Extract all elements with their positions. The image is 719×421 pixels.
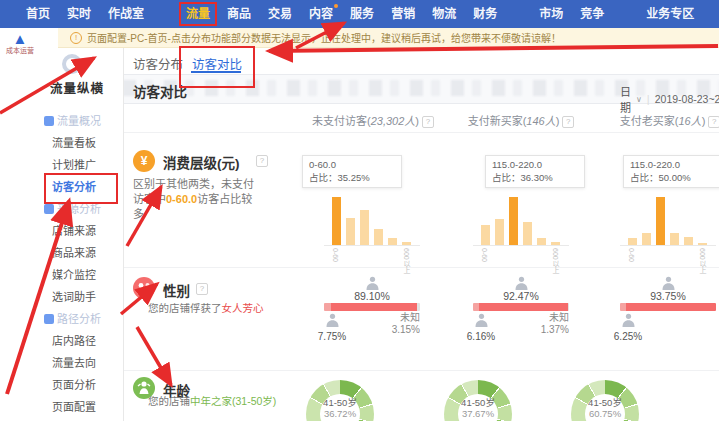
sidebar-item-9[interactable]: 选词助手 (40, 286, 123, 308)
nav-item-8[interactable]: 服务 (350, 0, 374, 28)
male-icon (326, 313, 339, 332)
column-name: 支付老买家( (620, 115, 679, 127)
sidebar-item-label: 店铺来源 (52, 225, 96, 237)
info-icon: ! (70, 32, 82, 44)
help-icon[interactable]: ? (256, 155, 268, 167)
female-segment (479, 303, 568, 311)
folder-icon (44, 204, 54, 214)
female-segment (331, 303, 417, 311)
gear-icon[interactable] (62, 54, 82, 74)
row-title-gender: 性别 (163, 280, 190, 300)
sidebar-item-10[interactable]: 路径分析 (40, 308, 123, 330)
sidebar-menu: 流量概况流量看板计划推广访客分析来源分析店铺来源商品来源媒介监控选词助手路径分析… (40, 110, 123, 418)
help-icon[interactable]: ? (708, 116, 719, 128)
sidebar-item-label: 流量概况 (57, 110, 101, 132)
sidebar-item-8[interactable]: 媒介监控 (40, 264, 123, 286)
unknown-label: 未知 (519, 312, 569, 324)
donut-center-label: 41-50岁 (588, 397, 622, 408)
sidebar-item-4[interactable]: 访客分析 (40, 176, 123, 198)
sidebar-item-2[interactable]: 流量看板 (40, 132, 123, 154)
nav-item-1[interactable]: 首页 (26, 0, 50, 28)
divider (123, 267, 719, 268)
x-tick-label: 600以上 (403, 248, 410, 274)
sidebar-item-label: 来源分析 (57, 198, 101, 220)
notice-bar: ! 页面配置-PC-首页-点击分布功能部分数据无法显示，正在处理中，建议稍后再试… (58, 28, 719, 48)
column-name: ) (702, 115, 706, 127)
x-tick-label: 0-60 (332, 248, 339, 262)
bar-segment (656, 197, 665, 245)
nav-item-3[interactable]: 作战室 (108, 0, 144, 28)
nav-item-10[interactable]: 物流 (432, 0, 456, 28)
notice-text: 页面配置-PC-首页-点击分布功能部分数据无法显示，正在处理中，建议稍后再试，给… (87, 30, 561, 45)
desc-text: 您的店铺俘获了 (148, 302, 222, 314)
unknown-percentage: 3.15% (370, 324, 420, 336)
bar-segment (374, 229, 383, 245)
sidebar-item-label: 媒介监控 (52, 269, 96, 281)
bar-segment (509, 197, 518, 245)
x-tick-label: 0-60 (628, 248, 635, 262)
x-axis (620, 245, 716, 246)
folder-icon (44, 116, 54, 126)
column-name: 未支付访客( (312, 115, 371, 127)
sidebar-item-label: 流量去向 (52, 357, 96, 369)
donut-center-label: 41-50岁 (323, 397, 357, 408)
row-title-consume: 消费层级(元) (163, 152, 240, 172)
bar-segment (495, 219, 504, 245)
bar-segment (523, 222, 532, 245)
nav-item-11[interactable]: 财务 (473, 0, 497, 28)
sidebar-item-13[interactable]: 页面分析 (40, 374, 123, 396)
desc-highlight: 中年之家(31-50岁) (190, 395, 276, 407)
desc-text: 您的店铺 (148, 395, 190, 407)
notification-dot-icon (334, 4, 338, 8)
sidebar-item-5[interactable]: 来源分析 (40, 198, 123, 220)
date-range-value: 2019-08-23~20 (655, 93, 719, 105)
donut-center: 41-50岁37.67% (458, 394, 498, 421)
nav-item-2[interactable]: 实时 (67, 0, 91, 28)
nav-item-12[interactable]: 市场 (539, 0, 563, 28)
x-axis (324, 245, 420, 246)
tab-visitor-distribution[interactable]: 访客分布 (133, 54, 183, 73)
yuan-icon: ¥ (133, 150, 155, 172)
nav-item-6[interactable]: 交易 (268, 0, 292, 28)
unknown-segment (417, 303, 420, 311)
page-title: 访客对比 (133, 81, 187, 101)
help-icon[interactable]: ? (562, 116, 574, 128)
male-percentage: 7.75% (304, 331, 360, 342)
row-desc-age: 您的店铺中年之家(31-50岁) (148, 394, 288, 409)
nav-item-4[interactable]: 流量 (186, 0, 210, 28)
nav-item-9[interactable]: 营销 (391, 0, 415, 28)
sidebar-item-6[interactable]: 店铺来源 (40, 220, 123, 242)
sidebar-item-label: 商品来源 (52, 247, 96, 259)
floating-logo-widget[interactable]: ▲ 成本运营 (2, 30, 38, 55)
gender-bar (324, 303, 420, 311)
female-percentage: 93.75% (628, 290, 708, 302)
logo-icon: ▲ (2, 30, 38, 47)
nav-item-5[interactable]: 商品 (227, 0, 251, 28)
sidebar: 流量纵横 流量概况流量看板计划推广访客分析来源分析店铺来源商品来源媒介监控选词助… (40, 48, 124, 421)
sidebar-item-7[interactable]: 商品来源 (40, 242, 123, 264)
sidebar-item-12[interactable]: 流量去向 (40, 352, 123, 374)
x-tick-label: 600以上 (699, 248, 706, 274)
help-icon[interactable]: ? (196, 283, 208, 295)
column-count: 23,302人 (371, 115, 416, 127)
bar-segment (670, 233, 679, 245)
sidebar-item-1[interactable]: 流量概况 (40, 110, 123, 132)
nav-item-13[interactable]: 竞争 (580, 0, 604, 28)
sidebar-item-14[interactable]: 页面配置 (40, 396, 123, 418)
column-name: ) (415, 115, 419, 127)
desc-highlight: 0-60.0 (166, 193, 197, 205)
donut-center: 41-50岁60.75% (585, 394, 625, 421)
unknown-block: 未知1.37% (519, 312, 569, 336)
age-donut-chart: 41-50岁36.72% (306, 380, 374, 421)
male-percentage: 6.25% (600, 331, 656, 342)
bar-segment (388, 238, 397, 245)
nav-item-7[interactable]: 内容 (309, 0, 333, 28)
annotation-box-nav (179, 2, 217, 26)
nav-item-14[interactable]: 业务专区 (646, 0, 694, 28)
sidebar-item-3[interactable]: 计划推广 (40, 154, 123, 176)
chart-tooltip: 115.0-220.0占比：50.00% (623, 155, 719, 188)
date-picker[interactable]: 日期 ∨ | 2019-08-23~20 (620, 83, 719, 115)
sidebar-item-label: 店内路径 (52, 335, 96, 347)
divider (123, 370, 719, 371)
sidebar-item-11[interactable]: 店内路径 (40, 330, 123, 352)
